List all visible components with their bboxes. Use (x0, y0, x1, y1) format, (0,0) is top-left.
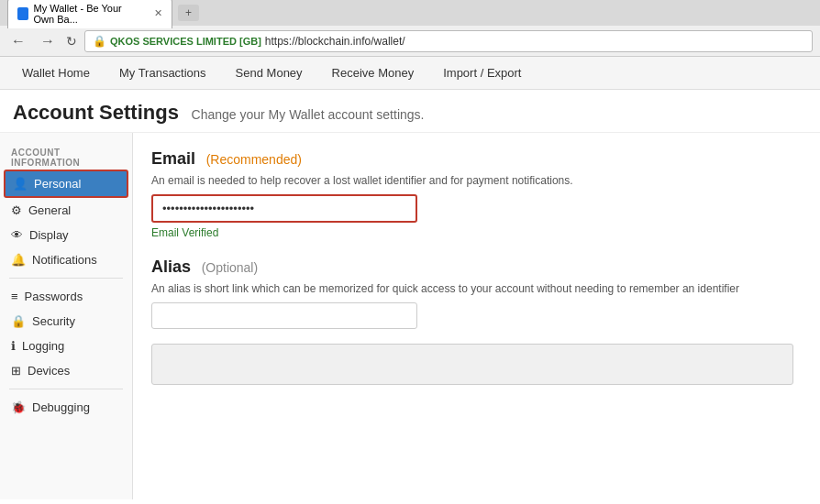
nav-my-transactions[interactable]: My Transactions (106, 60, 219, 85)
sidebar-divider-2 (9, 389, 123, 389)
sidebar-item-debugging[interactable]: 🐞 Debugging (0, 395, 132, 420)
ssl-lock-icon: 🔒 (93, 35, 106, 48)
save-bar-input[interactable] (163, 352, 781, 377)
forward-button[interactable]: → (37, 31, 59, 51)
alias-input[interactable] (151, 302, 417, 329)
address-bar: ← → ↻ 🔒 QKOS SERVICES LIMITED [GB] https… (0, 26, 820, 57)
nav-import-export[interactable]: Import / Export (430, 60, 534, 85)
new-tab-button[interactable]: + (178, 5, 199, 21)
devices-icon: ⊞ (11, 364, 21, 378)
sidebar-label-display: Display (29, 228, 69, 242)
sidebar-label-personal: Personal (34, 177, 81, 191)
bug-icon: 🐞 (11, 400, 26, 414)
sidebar-item-personal[interactable]: 👤 Personal (4, 170, 128, 198)
page-subtitle: Change your My Wallet account settings. (192, 107, 425, 122)
email-recommended: (Recommended) (206, 152, 302, 167)
info-icon: ℹ (11, 339, 16, 353)
alias-description: An alias is short link which can be memo… (151, 282, 802, 295)
sidebar-item-display[interactable]: 👁 Display (0, 223, 132, 247)
sidebar-section-label: ACCOUNT INFORMATION (0, 142, 132, 170)
nav-send-money[interactable]: Send Money (223, 60, 316, 85)
bell-icon: 🔔 (11, 253, 26, 267)
page-title: Account Settings (13, 101, 179, 124)
sidebar-item-security[interactable]: 🔒 Security (0, 309, 132, 334)
sidebar-divider (9, 278, 123, 279)
nav-receive-money[interactable]: Receive Money (319, 60, 427, 85)
person-icon: 👤 (13, 177, 28, 191)
sidebar-label-devices: Devices (28, 364, 70, 378)
browser-tab[interactable]: My Wallet - Be Your Own Ba... ✕ (7, 0, 172, 28)
sidebar-item-logging[interactable]: ℹ Logging (0, 334, 132, 358)
email-description: An email is needed to help recover a los… (151, 174, 802, 187)
alias-optional: (Optional) (202, 260, 258, 275)
sidebar-label-general: General (28, 203, 71, 217)
content-area: ACCOUNT INFORMATION 👤 Personal ⚙ General… (0, 133, 820, 499)
save-bar (151, 344, 793, 385)
sidebar-label-passwords: Passwords (25, 290, 83, 303)
sidebar-label-logging: Logging (22, 339, 64, 353)
sidebar-item-general[interactable]: ⚙ General (0, 198, 132, 223)
tab-close-icon[interactable]: ✕ (154, 7, 162, 19)
email-title: Email (151, 149, 195, 168)
page-header: Account Settings Change your My Wallet a… (0, 90, 820, 133)
sidebar-item-notifications[interactable]: 🔔 Notifications (0, 247, 132, 272)
alias-title: Alias (151, 257, 191, 276)
sidebar-item-passwords[interactable]: ≡ Passwords (0, 284, 132, 309)
back-button[interactable]: ← (7, 31, 29, 51)
gear-icon: ⚙ (11, 203, 22, 217)
sidebar-label-notifications: Notifications (32, 253, 97, 267)
nav-wallet-home[interactable]: Wallet Home (9, 60, 103, 85)
sidebar-label-debugging: Debugging (32, 400, 90, 414)
url-bar[interactable]: 🔒 QKOS SERVICES LIMITED [GB] https://blo… (84, 30, 813, 52)
refresh-button[interactable]: ↻ (66, 34, 77, 49)
browser-title-bar: My Wallet - Be Your Own Ba... ✕ + (0, 0, 820, 26)
lock-icon: 🔒 (11, 314, 26, 328)
eye-icon: 👁 (11, 228, 23, 242)
sidebar-label-security: Security (32, 314, 75, 328)
sidebar: ACCOUNT INFORMATION 👤 Personal ⚙ General… (0, 133, 133, 499)
url-text: https://blockchain.info/wallet/ (265, 35, 405, 48)
main-nav: Wallet Home My Transactions Send Money R… (0, 57, 820, 90)
ssl-label: QKOS SERVICES LIMITED [GB] (110, 36, 261, 47)
alias-section: Alias (Optional) An alias is short link … (151, 257, 802, 329)
sidebar-item-devices[interactable]: ⊞ Devices (0, 358, 132, 383)
tab-title: My Wallet - Be Your Own Ba... (34, 3, 145, 25)
email-input[interactable] (151, 194, 417, 223)
email-verified-text: Email Verified (151, 226, 802, 239)
main-content: Email (Recommended) An email is needed t… (133, 133, 820, 499)
email-section: Email (Recommended) An email is needed t… (151, 149, 802, 239)
tab-favicon (17, 7, 28, 20)
list-icon: ≡ (11, 290, 18, 303)
